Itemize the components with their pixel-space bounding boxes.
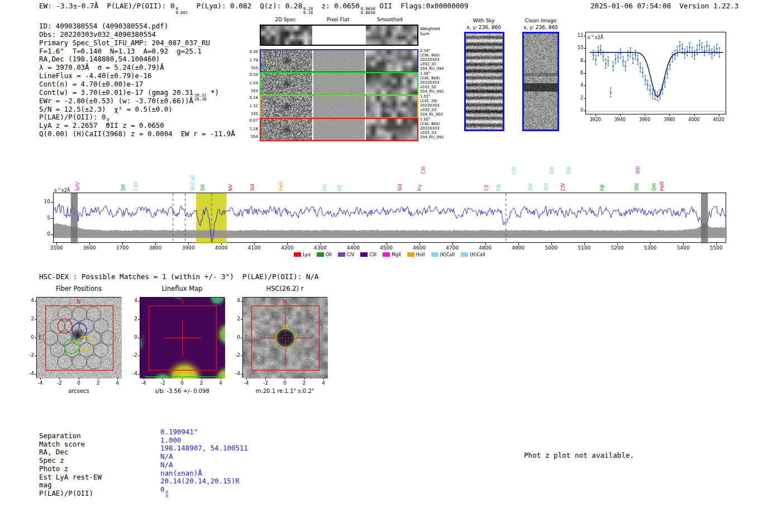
cutout-frame-1	[140, 297, 225, 378]
spec2d-right-value: 204_RL_002	[420, 113, 446, 117]
spectral-line-label: Hη	[322, 184, 327, 191]
cutout-y-tick-label: -2	[23, 352, 34, 358]
axis-tick	[35, 338, 36, 338]
spec2d-strip-image	[261, 50, 417, 71]
cutout-xlabel-1: s/b: -3.56 +/- 0.098	[126, 388, 239, 395]
legend-item: Lyα	[294, 252, 311, 257]
axis-tick	[241, 319, 242, 320]
match-value-text: 0	[160, 485, 164, 493]
cutout-y-tick-label: -4	[126, 371, 137, 377]
axis-tick	[694, 114, 695, 116]
match-row-value: nan(±nan)Å	[160, 469, 202, 477]
spec2d-left-value: 1.32	[249, 104, 258, 109]
cutout-y-tick-label: 0	[126, 334, 137, 341]
spec2d-right-value: 204_RU_095	[420, 136, 446, 140]
info-line: LineFlux = -4.40(±0.79)e-16	[39, 72, 151, 80]
with-sky-panel	[464, 32, 504, 131]
axis-tick	[155, 243, 156, 245]
legend-swatch	[338, 252, 345, 257]
spectral-line-label: CIII	[421, 167, 426, 174]
spectral-line-label: Hγ	[417, 185, 422, 191]
info-line-text: Cont(n) = 4.70(±0.00)e-17	[39, 80, 144, 88]
cutout-canvas-1	[140, 298, 225, 378]
spectrum-x-tick-label: 3600	[78, 245, 101, 251]
spectrum-y-tick-label: 5	[38, 215, 50, 221]
redshift-value: z: 0.0650	[313, 2, 359, 10]
spec2d-left-value: 0.18	[249, 95, 258, 100]
spectral-line-label: SiIV	[75, 182, 80, 191]
clean-image-title: Clean Image	[498, 18, 583, 24]
spec2d-strip-image	[261, 73, 417, 94]
axis-tick	[584, 85, 585, 86]
cutout-x-tick-label: -2	[157, 380, 168, 386]
info-line-text: LyA z = 2.2657 OII z = 0.0650	[39, 121, 164, 130]
cutout-x-tick-label: 4	[318, 380, 329, 386]
legend-label: HeII	[416, 252, 425, 257]
info-line-text: ID: 4090380554 (4090380554.pdf)	[39, 22, 168, 30]
ylabel-post: x2Å	[595, 35, 603, 40]
legend-item: MgII	[383, 252, 401, 257]
spec2d-col-title: 2D Spec	[263, 17, 308, 23]
match-row-value: 000	[160, 486, 168, 499]
match-row-label: Match score	[39, 440, 85, 448]
zoom-plot-frame	[585, 32, 726, 114]
zoom-x-tick-label: 3920	[585, 117, 605, 123]
axis-tick	[584, 36, 585, 36]
cutout-y-tick-label: 0	[23, 334, 34, 341]
cutout-x-tick-label: -4	[241, 380, 252, 386]
axis-tick	[117, 378, 118, 380]
axis-tick	[320, 243, 321, 245]
info-line: Primary Spec_Slot_IFU_AMP: 204_087_037_R…	[39, 39, 210, 47]
axis-tick	[35, 356, 36, 356]
spec2d-right-value: 204_RU_094	[420, 67, 446, 71]
legend-swatch	[407, 252, 414, 257]
spectrum-x-tick-label: 5000	[540, 245, 562, 251]
spectral-line-label: (K)CaII	[190, 175, 196, 191]
info-line-text: Primary Spec_Slot_IFU_AMP: 204_087_037_R…	[39, 39, 210, 47]
spectral-line-label: Hβ	[599, 184, 605, 191]
full-spectrum-frame	[53, 193, 726, 243]
axis-tick	[51, 234, 53, 235]
spectral-line-label: HeII	[278, 181, 284, 191]
match-row-label: Est LyA rest-EW	[39, 473, 102, 481]
cutout-frame-2	[242, 297, 327, 378]
with-sky-image	[466, 33, 503, 130]
legend-label: CIII	[369, 252, 376, 257]
spectrum-y-tick-label: 0	[38, 231, 50, 237]
cutout-y-tick-label: 2	[23, 316, 34, 322]
spectrum-x-tick-label: 4500	[375, 245, 398, 251]
spectral-line-label: OIII	[635, 166, 641, 174]
legend-swatch	[294, 252, 301, 257]
match-row-value: N/A	[160, 461, 173, 469]
legend-label: (K)CaII	[440, 252, 455, 257]
spec2d-left-value: 335	[251, 112, 258, 117]
cutout-y-tick-label: 4	[229, 298, 240, 304]
spectrum-x-tick-label: 5100	[573, 245, 595, 251]
cutout-x-tick-label: 0	[177, 380, 188, 386]
ew-value: EW: -3.3±-0.7Å	[39, 2, 107, 10]
legend-label: Lyα	[303, 252, 311, 257]
zoom-x-tick-label: 3960	[635, 117, 655, 123]
axis-tick	[584, 61, 585, 61]
info-line-text: EWr = -2.80(±0.53) (w: -3.70(±0.66))Å	[39, 97, 193, 105]
axis-tick	[716, 243, 717, 245]
match-row-label: Photo z	[39, 465, 68, 473]
stacked-fraction: 0.280.28	[303, 7, 313, 15]
spectrum-x-tick-label: 4700	[441, 245, 464, 251]
header-summary-line: EW: -3.3±-0.7Å P(LAE)/P(OII): 000.001 P(…	[39, 2, 469, 15]
cutout-y-tick-label: -4	[23, 371, 34, 377]
spec2d-right-labels: 1.60"(236, 869)20220303v032_03204_RU_095	[420, 118, 446, 140]
axis-tick	[518, 243, 519, 245]
spec2d-left-value: 1.18	[249, 127, 258, 132]
spectral-line-label: OIII	[566, 166, 571, 174]
cutout-xlabel-2: m:20.1 re:1.1" s:0.2"	[228, 388, 341, 395]
info-line: LyA z = 2.2657 OII z = 0.0650	[39, 122, 164, 130]
info-line-text: Cont(w) = 3.70(±0.01)e-17 (gmag 20.31	[39, 88, 193, 97]
axis-tick	[144, 378, 144, 380]
cutout-y-tick-label: 4	[23, 298, 34, 304]
zoom-y-tick-label: 0	[571, 108, 583, 113]
spec2d-col-title: Smoothed	[368, 17, 412, 23]
spec2d-left-value: 0.30	[249, 50, 258, 55]
spec2d-strip	[260, 72, 418, 95]
info-line-text: Obs: 20220303v032_4090380554	[39, 30, 156, 39]
